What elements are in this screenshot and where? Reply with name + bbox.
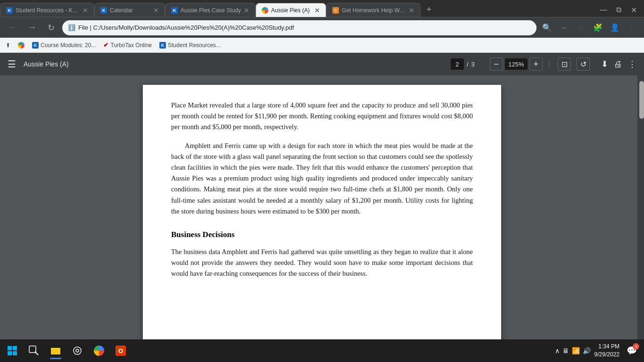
- bookmark-label-course: Course Modules: 20...: [41, 42, 96, 49]
- taskbar-office-button[interactable]: O: [111, 341, 130, 360]
- google-favicon: [18, 42, 25, 49]
- tab-calendar[interactable]: K Calendar ✕: [94, 3, 165, 17]
- scrollbar-track[interactable]: [637, 75, 644, 362]
- pdf-zoom-in-button[interactable]: +: [529, 58, 543, 71]
- svg-rect-8: [51, 348, 55, 349]
- tab-close-homework[interactable]: ✕: [409, 7, 414, 14]
- pdf-title: Aussie Pies (A): [24, 60, 451, 68]
- pdf-page-controls: 2 / 3 − 125% + | ⊡ ↺: [451, 58, 590, 71]
- taskbar-search-button[interactable]: [25, 341, 43, 360]
- bookmark-student-resources[interactable]: K Student Resources...: [159, 42, 221, 49]
- address-text[interactable]: File | C:/Users/Molly/Downloads/Aussie%2…: [78, 24, 531, 31]
- tab-aussie-pies-a[interactable]: Aussie Pies (A) ✕: [256, 3, 326, 17]
- tab-favicon-google: [262, 7, 268, 14]
- bookmark-item-google[interactable]: [18, 42, 25, 49]
- pdf-more-button[interactable]: ⋮: [628, 59, 636, 69]
- bookmark-item-sync[interactable]: ⬆: [6, 42, 10, 49]
- menu-icon[interactable]: ⋮: [625, 21, 638, 34]
- chrome-icon: [94, 346, 104, 356]
- tab-label-student-resources: Student Resources - Kaskask: [16, 7, 80, 14]
- pdf-zoom-value[interactable]: 125%: [505, 58, 528, 70]
- chevron-up-icon[interactable]: ∧: [555, 347, 560, 354]
- bookmark-course-modules[interactable]: K Course Modules: 20...: [32, 42, 96, 49]
- profile-icon[interactable]: 👤: [608, 21, 621, 34]
- svg-rect-0: [8, 346, 12, 350]
- pdf-fit-page-button[interactable]: ⊡: [558, 58, 571, 71]
- share-icon[interactable]: ➦: [557, 21, 570, 34]
- bookmark-label-turbotax: TurboTax Online: [110, 42, 152, 49]
- scrollbar-thumb[interactable]: [639, 81, 644, 119]
- taskbar-notification-button[interactable]: 💬 3: [623, 342, 640, 359]
- tab-student-resources[interactable]: K Student Resources - Kaskask ✕: [0, 3, 94, 17]
- svg-rect-4: [29, 346, 36, 353]
- tab-favicon-c: C: [332, 7, 339, 14]
- pdf-download-button[interactable]: ⬇: [601, 59, 608, 69]
- wifi-icon[interactable]: 📶: [572, 347, 580, 354]
- kc-favicon-bm2: K: [159, 42, 166, 49]
- taskbar-file-explorer-icon: [50, 346, 61, 356]
- taskbar-search-icon: [29, 346, 39, 356]
- pdf-current-page[interactable]: 2: [451, 58, 464, 70]
- taskbar-time: 1:34 PM: [594, 343, 619, 351]
- svg-rect-2: [8, 351, 12, 355]
- pdf-zoom-controls: − 125% +: [490, 58, 543, 71]
- volume-icon[interactable]: 🔊: [583, 347, 591, 354]
- new-tab-button[interactable]: +: [422, 3, 436, 16]
- tab-bar: K Student Resources - Kaskask ✕ K Calend…: [0, 0, 644, 17]
- bookmark-star-icon[interactable]: ☆: [574, 21, 587, 34]
- pdf-total-pages: 3: [471, 61, 475, 68]
- taskbar-settings-button[interactable]: [68, 341, 87, 360]
- kc-favicon-bm1: K: [32, 42, 39, 49]
- sync-icon: ⬆: [6, 42, 10, 49]
- tab-close-aussie-pies-case[interactable]: ✕: [244, 7, 249, 14]
- start-button[interactable]: [4, 342, 21, 359]
- tab-homework[interactable]: C Get Homework Help With C ✕: [326, 3, 421, 17]
- search-icon[interactable]: 🔍: [540, 21, 553, 34]
- svg-rect-1: [13, 346, 17, 350]
- tab-label-aussie-pies-a: Aussie Pies (A): [271, 7, 312, 14]
- pdf-toolbar: ☰ Aussie Pies (A) 2 / 3 − 125% + | ⊡ ↺ ⬇…: [0, 53, 644, 75]
- pdf-print-button[interactable]: 🖨: [614, 59, 622, 69]
- taskbar-file-explorer-button[interactable]: [46, 341, 65, 360]
- pdf-paragraph-2: Amphlett and Ferris came up with a desig…: [171, 140, 473, 217]
- tab-close-calendar[interactable]: ✕: [153, 7, 159, 14]
- taskbar-date: 9/29/2022: [594, 351, 619, 359]
- extension-icon[interactable]: 🧩: [591, 21, 604, 34]
- taskbar-system-icons: ∧ 🖥 📶 🔊: [555, 347, 591, 354]
- window-restore-button[interactable]: ⧉: [612, 3, 625, 16]
- tab-favicon-kc3: K: [171, 7, 178, 14]
- pdf-page-separator: /: [467, 61, 469, 68]
- notification-badge: 3: [633, 343, 639, 350]
- taskbar-clock[interactable]: 1:34 PM 9/29/2022: [594, 343, 619, 359]
- bookmark-turbotax[interactable]: ✔ TurboTax Online: [103, 41, 152, 49]
- pdf-zoom-out-button[interactable]: −: [490, 58, 503, 71]
- address-bar: ← → ↻ ℹ️ File | C:/Users/Molly/Downloads…: [0, 17, 644, 38]
- pdf-paragraph-3: The business data Amphlett and Ferris ha…: [171, 247, 473, 280]
- pdf-viewer: ☰ Aussie Pies (A) 2 / 3 − 125% + | ⊡ ↺ ⬇…: [0, 53, 644, 362]
- window-minimize-button[interactable]: —: [597, 3, 610, 16]
- address-icons: 🔍 ➦ ☆ 🧩 👤 ⋮: [540, 21, 638, 34]
- tab-close-student-resources[interactable]: ✕: [83, 7, 88, 14]
- network-icon[interactable]: 🖥: [562, 347, 569, 354]
- pdf-menu-icon[interactable]: ☰: [8, 58, 16, 70]
- window-close-button[interactable]: ✕: [627, 3, 640, 16]
- tab-favicon-kc2: K: [100, 7, 107, 14]
- tab-close-aussie-pies-a[interactable]: ✕: [314, 7, 320, 14]
- windows-logo-icon: [8, 346, 17, 355]
- taskbar-left: [4, 342, 21, 359]
- pdf-content-area[interactable]: Place Market revealed that a large store…: [0, 75, 644, 362]
- window-controls: — ⧉ ✕: [597, 3, 644, 17]
- tab-aussie-pies-case[interactable]: K Aussie Pies Case Study ✕: [165, 3, 256, 17]
- address-input-wrap[interactable]: ℹ️ File | C:/Users/Molly/Downloads/Aussi…: [62, 20, 537, 35]
- pdf-rotate-button[interactable]: ↺: [577, 58, 590, 71]
- forward-button[interactable]: →: [25, 20, 40, 35]
- svg-rect-3: [13, 351, 17, 355]
- svg-point-10: [74, 347, 81, 354]
- taskbar-chrome-button[interactable]: [90, 341, 108, 360]
- taskbar: O ∧ 🖥 📶 🔊 1:34 PM 9/29/2022 💬 3: [0, 339, 644, 362]
- back-button[interactable]: ←: [6, 20, 21, 35]
- pdf-heading-business-decisions: Business Decisions: [171, 228, 473, 241]
- office-icon: O: [116, 346, 126, 356]
- refresh-button[interactable]: ↻: [43, 20, 58, 35]
- tab-label-homework: Get Homework Help With C: [342, 7, 406, 14]
